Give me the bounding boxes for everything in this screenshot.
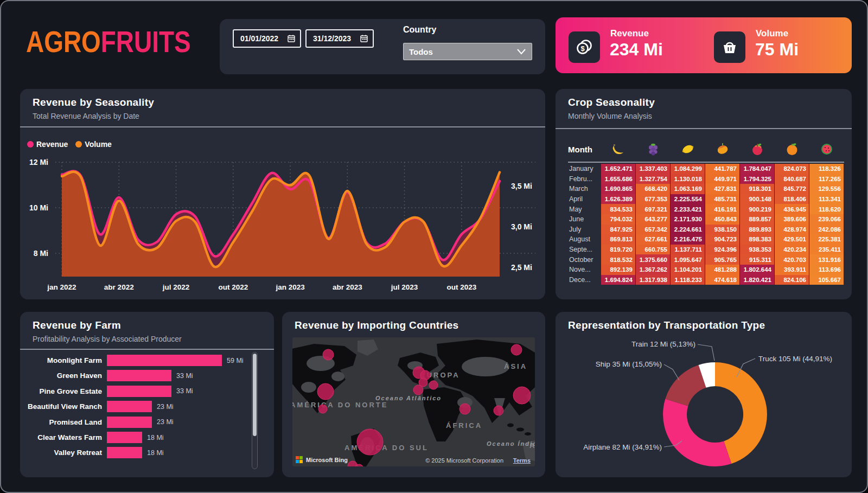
heatmap-cell[interactable]: 428.974 (775, 225, 809, 235)
heatmap-cell[interactable]: 900.148 (740, 194, 774, 204)
map-bubble[interactable] (317, 383, 334, 400)
heatmap-cell[interactable]: 1.694.824 (601, 275, 635, 285)
heatmap-cell[interactable]: 1.784.047 (740, 164, 774, 174)
date-start-input[interactable]: 01/01/2022 (233, 29, 301, 48)
donut-slice-ship[interactable] (665, 365, 706, 406)
farm-bar[interactable] (107, 432, 142, 443)
heatmap-cell[interactable]: 905.765 (705, 254, 739, 265)
heatmap-cell[interactable]: 239.066 (809, 214, 844, 225)
mango-icon[interactable] (705, 142, 740, 156)
seasonality-area-chart[interactable]: 12 Mi10 Mi8 Mi3,5 Mi3,0 Mi2,5 Mijan 2022… (20, 89, 545, 299)
date-end-input[interactable]: 31/12/2023 (305, 29, 374, 48)
map-bubble[interactable] (511, 344, 522, 355)
heatmap-cell[interactable]: 1.118.233 (671, 275, 705, 285)
heatmap-cell[interactable]: 118.326 (809, 164, 844, 174)
heatmap-cell[interactable]: 117.265 (809, 174, 844, 184)
heatmap-cell[interactable]: 660.755 (636, 245, 670, 255)
heatmap-cell[interactable]: 840.687 (775, 174, 809, 184)
heatmap-cell[interactable]: 2.225.554 (671, 194, 705, 204)
heatmap-cell[interactable]: 1.337.403 (636, 164, 670, 174)
heatmap-cell[interactable]: 889.893 (740, 225, 774, 235)
map-bubble[interactable] (413, 385, 423, 395)
map-bubble[interactable] (459, 404, 470, 414)
farm-bar[interactable] (107, 386, 171, 397)
map-bubble[interactable] (357, 429, 383, 455)
map-terms-link[interactable]: Terms (513, 457, 531, 464)
heatmap-cell[interactable]: 131.916 (809, 254, 844, 265)
heatmap-cell[interactable]: 225.381 (809, 234, 844, 245)
farm-bar[interactable] (107, 401, 152, 412)
heatmap-cell[interactable]: 481.288 (705, 265, 739, 275)
country-dropdown[interactable]: Todos (403, 43, 532, 60)
heatmap-cell[interactable]: 1.802.644 (740, 265, 774, 275)
farm-bar[interactable] (107, 370, 171, 381)
heatmap-cell[interactable]: 869.813 (601, 234, 635, 245)
heatmap-cell[interactable]: 1.652.471 (601, 164, 635, 174)
heatmap-cell[interactable]: 900.219 (740, 204, 774, 214)
donut-slice-airplane[interactable] (663, 399, 731, 466)
grapes-icon[interactable] (636, 142, 671, 156)
heatmap-cell[interactable]: 904.723 (705, 234, 739, 245)
heatmap-cell[interactable]: 1.137.711 (671, 245, 705, 255)
farm-scrollbar-thumb[interactable] (253, 354, 257, 436)
heatmap-cell[interactable]: 420.234 (775, 245, 809, 255)
farm-bar[interactable] (107, 447, 142, 458)
heatmap-cell[interactable]: 892.139 (601, 265, 635, 275)
volume-area[interactable] (62, 172, 500, 277)
heatmap-cell[interactable]: 1.095.647 (671, 254, 705, 265)
heatmap-cell[interactable]: 938.150 (705, 225, 739, 235)
heatmap-cell[interactable]: 627.661 (636, 234, 670, 245)
heatmap-cell[interactable]: 427.831 (705, 184, 739, 194)
heatmap-cell[interactable]: 235.411 (809, 245, 844, 255)
heatmap-cell[interactable]: 2.216.475 (671, 234, 705, 245)
watermelon-icon[interactable] (809, 142, 844, 156)
heatmap-cell[interactable]: 389.606 (775, 214, 809, 225)
heatmap-cell[interactable]: 1.130.018 (671, 174, 705, 184)
heatmap-cell[interactable]: 824.073 (775, 164, 809, 174)
heatmap-cell[interactable]: 242.086 (809, 225, 844, 235)
farm-scrollbar[interactable] (252, 352, 258, 469)
heatmap-cell[interactable]: 105.667 (809, 275, 844, 285)
heatmap-cell[interactable]: 657.342 (636, 225, 670, 235)
heatmap-cell[interactable]: 819.720 (601, 245, 635, 255)
world-map[interactable]: AMÉRICA DO NORTEEUROPAÁSIAÁFRICAAMÉRICA … (292, 337, 535, 466)
map-bubble[interactable] (494, 406, 503, 415)
heatmap-cell[interactable]: 1.626.389 (601, 194, 635, 204)
heatmap-cell[interactable]: 441.787 (705, 164, 739, 174)
heatmap-cell[interactable]: 1.084.299 (671, 164, 705, 174)
transport-donut-chart[interactable]: Truck 105 Mi (44,91%)Airplane 82 Mi (34,… (556, 312, 852, 477)
heatmap-cell[interactable]: 847.925 (601, 225, 635, 235)
heatmap-cell[interactable]: 915.311 (740, 254, 774, 265)
heatmap-cell[interactable]: 1.820.421 (740, 275, 774, 285)
heatmap-cell[interactable]: 113.696 (809, 265, 844, 275)
heatmap-cell[interactable]: 436.945 (775, 204, 809, 214)
heatmap-cell[interactable]: 697.321 (636, 204, 670, 214)
heatmap-cell[interactable]: 420.703 (775, 254, 809, 265)
heatmap-cell[interactable]: 1.655.686 (601, 174, 635, 184)
heatmap-cell[interactable]: 113.341 (809, 194, 844, 204)
heatmap-cell[interactable]: 924.396 (705, 245, 739, 255)
heatmap-cell[interactable]: 938.353 (740, 245, 774, 255)
heatmap-cell[interactable]: 429.501 (775, 234, 809, 245)
heatmap-cell[interactable]: 1.327.754 (636, 174, 670, 184)
heatmap-cell[interactable]: 2.224.661 (671, 225, 705, 235)
heatmap-cell[interactable]: 677.353 (636, 194, 670, 204)
farm-bar[interactable] (107, 417, 152, 428)
heatmap-cell[interactable]: 834.533 (601, 204, 635, 214)
heatmap-cell[interactable]: 845.772 (775, 184, 809, 194)
heatmap-cell[interactable]: 2.171.930 (671, 214, 705, 225)
heatmap-cell[interactable]: 118.620 (809, 204, 844, 214)
heatmap-cell[interactable]: 1.063.169 (671, 184, 705, 194)
farm-bar[interactable] (107, 355, 222, 366)
heatmap-cell[interactable]: 485.731 (705, 194, 739, 204)
heatmap-cell[interactable]: 1.104.201 (671, 265, 705, 275)
heatmap-cell[interactable]: 129.556 (809, 184, 844, 194)
heatmap-cell[interactable]: 818.406 (775, 194, 809, 204)
heatmap-cell[interactable]: 643.277 (636, 214, 670, 225)
heatmap-cell[interactable]: 898.383 (740, 234, 774, 245)
heatmap-cell[interactable]: 1.375.660 (636, 254, 670, 265)
heatmap-cell[interactable]: 794.032 (601, 214, 635, 225)
map-bubble[interactable] (318, 405, 327, 413)
heatmap-cell[interactable]: 889.857 (740, 214, 774, 225)
apple-icon[interactable] (740, 142, 775, 156)
